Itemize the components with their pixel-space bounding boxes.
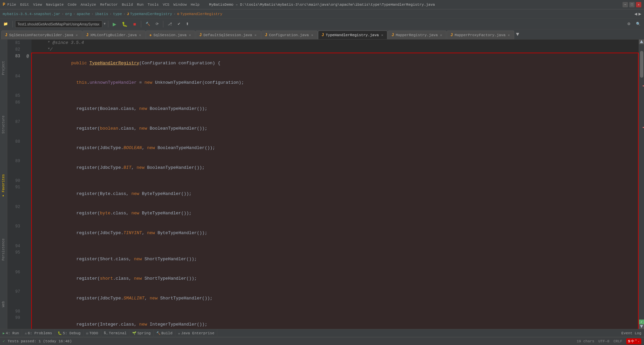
breadcrumb-apache[interactable]: apache xyxy=(77,12,90,16)
breadcrumb-jar[interactable]: mybatis-3.5.4-snapshot.jar xyxy=(3,12,60,16)
ime-indicator[interactable]: S 中 ° . xyxy=(626,338,641,344)
status-left: ✓ Tests passed: 1 (today 16:48) xyxy=(3,339,72,343)
bottom-tab-run[interactable]: ▶ 4: Run xyxy=(0,329,22,337)
menu-window[interactable]: Window xyxy=(173,3,187,7)
nav-forward[interactable]: ▶ xyxy=(639,11,641,17)
table-row: 87 register(boolean.class, new BooleanTy… xyxy=(7,119,638,138)
tab-mapperregistry[interactable]: J MapperRegistry.java ✕ xyxy=(388,30,446,39)
breadcrumb-class[interactable]: TypeHandlerRegistry xyxy=(130,12,172,16)
table-row: 97 register(JdbcType.SMALLINT, new Short… xyxy=(7,288,638,308)
tab-mapperproxyfactory[interactable]: J MapperProxyFactory.java ✕ xyxy=(447,30,514,39)
tab-close-7[interactable]: ✕ xyxy=(439,33,443,38)
tab-defaultsqlsession[interactable]: J DefaultSqlSession.java ✕ xyxy=(196,30,261,39)
status-line-ending[interactable]: CRLF xyxy=(613,339,622,343)
debug-button[interactable]: 🐛 xyxy=(120,20,129,28)
title-text: MyBatisDemo – D:\tools\MyBatis\mybatis-3… xyxy=(209,3,435,7)
breadcrumb-org[interactable]: org xyxy=(65,12,72,16)
panel-web[interactable]: Web xyxy=(1,298,6,310)
breadcrumb-type[interactable]: type xyxy=(113,12,122,16)
menu-refactor[interactable]: Refactor xyxy=(100,3,118,7)
push-button[interactable]: ⬆ xyxy=(184,20,191,28)
breadcrumb-ibatis[interactable]: ibatis xyxy=(95,12,108,16)
menu-navigate[interactable]: Navigate xyxy=(46,3,64,7)
search-everywhere-button[interactable]: 🔍 xyxy=(634,20,643,28)
table-row: 85 xyxy=(7,92,638,99)
tab-close-6[interactable]: ✕ xyxy=(380,33,384,38)
menu-tools[interactable]: Tools xyxy=(148,3,159,7)
scroll-up-btn[interactable]: ▲ xyxy=(639,40,644,44)
breakpoint-icon[interactable]: @ xyxy=(26,54,29,59)
toolbar-open-btn[interactable]: 📁 xyxy=(1,20,10,28)
bottom-tab-todo[interactable]: ☑ TODO xyxy=(84,329,101,337)
title-bar-controls: – □ ✕ xyxy=(623,2,641,7)
left-panel: Project Structure ★ Favorites Persistenc… xyxy=(0,40,7,329)
menu-help[interactable]: Help xyxy=(191,3,200,7)
bottom-tab-terminal[interactable]: $_ Terminal xyxy=(101,329,130,337)
menu-code[interactable]: Code xyxy=(68,3,76,7)
tab-close-4[interactable]: ✕ xyxy=(254,33,257,38)
scroll-track[interactable] xyxy=(639,44,644,320)
run-button[interactable]: ▶ xyxy=(111,20,118,28)
tab-close-2[interactable]: ✕ xyxy=(139,33,142,38)
menu-build[interactable]: Build xyxy=(122,3,133,7)
nav-back[interactable]: ◀ xyxy=(634,11,637,17)
stop-button[interactable]: ⏹ xyxy=(131,20,139,28)
menu-vcs[interactable]: VCS xyxy=(163,3,169,7)
toolbar: 📁 ▼ ▶ 🐛 ⏹ 🔨 ⟳ ⎇ ✔ ⬆ ⚙ 🔍 xyxy=(0,19,644,29)
tab-sqlsession[interactable]: ◈ SqlSession.java ✕ xyxy=(146,30,196,39)
close-button[interactable]: ✕ xyxy=(636,2,641,7)
panel-favorites[interactable]: ★ Favorites xyxy=(1,171,6,201)
tab-close-1[interactable]: ✕ xyxy=(75,33,78,38)
scrollbar[interactable]: ▲ ✓ ▼ xyxy=(639,40,644,329)
tab-sqlsessionfactorybuilder[interactable]: J SqlSessionFactoryBuilder.java ✕ xyxy=(1,30,82,39)
menu-run[interactable]: Run xyxy=(137,3,144,7)
tab-overflow-arrow[interactable]: ▼ xyxy=(515,31,521,38)
bottom-tab-debug[interactable]: 🐛 5: Debug xyxy=(55,329,84,337)
table-row: 99 register(Integer.class, new IntegerTy… xyxy=(7,315,638,329)
event-log-label[interactable]: Event Log xyxy=(622,331,641,335)
run-config-dropdown[interactable]: ▼ xyxy=(104,22,106,26)
menu-file[interactable]: File xyxy=(7,3,16,7)
scroll-down-btn[interactable]: ▼ xyxy=(639,324,644,329)
tab-xmlconfigbuilder[interactable]: J XMLConfigBuilder.java ✕ xyxy=(83,30,146,39)
tab-configuration[interactable]: J Configuration.java ✕ xyxy=(261,30,318,39)
maximize-button[interactable]: □ xyxy=(629,2,635,7)
run-config-field[interactable] xyxy=(15,20,102,28)
toolbar-sep-4 xyxy=(163,21,163,27)
sync-button[interactable]: ⟳ xyxy=(154,20,161,28)
bottom-right: Event Log xyxy=(622,331,644,335)
terminal-icon: $_ xyxy=(104,331,108,335)
menu-edit[interactable]: Edit xyxy=(20,3,29,7)
table-row: 89 register(JdbcType.BIT, new BooleanTyp… xyxy=(7,158,638,178)
tab-close-3[interactable]: ✕ xyxy=(188,33,192,38)
bottom-tab-spring[interactable]: 🌱 Spring xyxy=(129,329,154,337)
table-row: 91 register(Byte.class, new ByteTypeHand… xyxy=(7,184,638,204)
bottom-tab-build[interactable]: 🔨 Build xyxy=(154,329,175,337)
todo-icon: ☑ xyxy=(86,331,88,335)
title-bar: P File Edit View Navigate Code Analyze R… xyxy=(0,0,644,9)
tab-close-5[interactable]: ✕ xyxy=(311,33,314,38)
panel-project[interactable]: Project xyxy=(1,58,6,78)
minimize-button[interactable]: – xyxy=(623,2,628,7)
table-row: 88 register(JdbcType.BOOLEAN, new Boolea… xyxy=(7,138,638,158)
table-row: 90 xyxy=(7,178,638,184)
scroll-thumb[interactable] xyxy=(640,51,643,78)
commit-button[interactable]: ✔ xyxy=(175,20,182,28)
breadcrumb-method[interactable]: TypeHandlerRegistry xyxy=(180,12,222,16)
menu-analyze[interactable]: Analyze xyxy=(80,3,96,7)
error-stripe-1 xyxy=(643,85,644,86)
status-encoding[interactable]: UTF-8 xyxy=(598,339,609,343)
panel-persistence[interactable]: Persistence xyxy=(1,236,6,263)
bottom-tab-javaenterprise[interactable]: ☕ Java Enterprise xyxy=(175,329,217,337)
tab-typehandlerregistry[interactable]: J TypeHandlerRegistry.java ✕ xyxy=(318,30,388,39)
table-row: 95 register(Short.class, new ShortTypeHa… xyxy=(7,249,638,269)
menu-view[interactable]: View xyxy=(33,3,42,7)
app-icon: P xyxy=(3,2,5,7)
code-editor[interactable]: 81 * @since 3.5.4 82 */ 83 @ xyxy=(7,40,639,329)
panel-structure[interactable]: Structure xyxy=(1,113,6,136)
settings-button[interactable]: ⚙ xyxy=(625,20,633,28)
bottom-tab-problems[interactable]: ⚠ 6: Problems xyxy=(22,329,55,337)
git-button[interactable]: ⎇ xyxy=(166,20,174,28)
build-button[interactable]: 🔨 xyxy=(144,20,152,28)
tab-close-8[interactable]: ✕ xyxy=(507,33,511,38)
